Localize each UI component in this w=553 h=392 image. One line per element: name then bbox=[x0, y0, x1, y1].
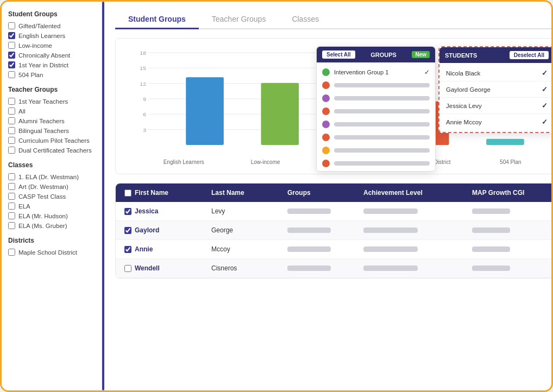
select-all-button[interactable]: Select All bbox=[322, 50, 355, 59]
sidebar-checkbox[interactable] bbox=[8, 137, 15, 144]
tab-teacher-groups[interactable]: Teacher Groups bbox=[199, 10, 279, 29]
student-item[interactable]: Nicola Black✓ bbox=[439, 65, 553, 81]
cell-groups[interactable] bbox=[287, 208, 363, 214]
cell-map bbox=[472, 227, 553, 233]
svg-text:18: 18 bbox=[140, 50, 146, 56]
tabs-row: Student Groups Teacher Groups Classes bbox=[115, 10, 553, 29]
student-item[interactable]: Annie Mccoy✓ bbox=[439, 114, 553, 130]
sidebar-item[interactable]: English Learners bbox=[8, 32, 95, 39]
sidebar-item[interactable]: Maple School District bbox=[8, 249, 95, 256]
group-item[interactable] bbox=[317, 157, 435, 170]
sidebar-checkbox[interactable] bbox=[8, 222, 15, 229]
sidebar-checkbox[interactable] bbox=[8, 52, 15, 59]
student-check-icon: ✓ bbox=[542, 102, 548, 110]
sidebar-item[interactable]: 1. ELA (Dr. Westman) bbox=[8, 173, 95, 180]
deselect-all-button[interactable]: Deselect All bbox=[510, 51, 549, 59]
chart-x-label: Low-income bbox=[224, 159, 306, 165]
sidebar-item-label: ELA (Ms. Gruber) bbox=[18, 223, 67, 229]
cell-groups[interactable] bbox=[287, 246, 363, 252]
sidebar-checkbox[interactable] bbox=[8, 127, 15, 134]
sidebar-item[interactable]: 1st Year Teachers bbox=[8, 98, 95, 105]
sidebar-item[interactable]: Bilingual Teachers bbox=[8, 127, 95, 134]
sidebar-checkbox[interactable] bbox=[8, 249, 15, 256]
sidebar-checkbox[interactable] bbox=[8, 22, 15, 29]
sidebar-checkbox[interactable] bbox=[8, 42, 15, 49]
table-row: WendellCisneros bbox=[116, 259, 553, 278]
group-item[interactable] bbox=[317, 92, 435, 105]
sidebar-item-label: 504 Plan bbox=[18, 72, 43, 78]
group-item[interactable] bbox=[317, 105, 435, 118]
sidebar-section-title: Teacher Groups bbox=[8, 86, 95, 93]
tab-classes[interactable]: Classes bbox=[279, 10, 332, 29]
cell-groups[interactable] bbox=[287, 265, 363, 271]
sidebar-item[interactable]: Low-income bbox=[8, 42, 95, 49]
groups-title: GROUPS bbox=[370, 52, 397, 58]
group-dot bbox=[322, 147, 330, 154]
sidebar-item[interactable]: All bbox=[8, 108, 95, 115]
sidebar-item[interactable]: ELA (Ms. Gruber) bbox=[8, 222, 95, 229]
sidebar-item[interactable]: ELA (Mr. Hudson) bbox=[8, 212, 95, 219]
sidebar-item[interactable]: 1st Year in District bbox=[8, 61, 95, 68]
table-row: JessicaLevy bbox=[116, 202, 553, 221]
sidebar-item[interactable]: Dual Certificated Teachers bbox=[8, 147, 95, 154]
group-item[interactable] bbox=[317, 144, 435, 157]
student-name: Annie Mccoy bbox=[446, 119, 482, 125]
sidebar-item-label: Maple School District bbox=[18, 249, 77, 256]
sidebar-checkbox[interactable] bbox=[8, 203, 15, 210]
group-item[interactable] bbox=[317, 131, 435, 144]
group-item[interactable] bbox=[317, 79, 435, 92]
main-card: Student GroupsGifted/TalentedEnglish Lea… bbox=[0, 0, 553, 392]
sidebar-checkbox[interactable] bbox=[8, 108, 15, 115]
sidebar-item[interactable]: Chronically Absent bbox=[8, 52, 95, 59]
group-dot bbox=[322, 108, 330, 115]
sidebar-checkbox[interactable] bbox=[8, 183, 15, 190]
cell-first-name: Annie bbox=[124, 245, 211, 253]
sidebar-checkbox[interactable] bbox=[8, 32, 15, 39]
sidebar-item[interactable]: Curriculum Pilot Teachers bbox=[8, 137, 95, 144]
students-title: STUDENTS bbox=[445, 52, 477, 59]
sidebar-checkbox[interactable] bbox=[8, 193, 15, 200]
sidebar-item[interactable]: Gifted/Talented bbox=[8, 22, 95, 29]
sidebar-checkbox[interactable] bbox=[8, 173, 15, 180]
select-all-checkbox[interactable] bbox=[124, 189, 131, 197]
group-item[interactable]: Intervention Group 1✓ bbox=[317, 66, 435, 79]
sidebar-item[interactable]: Art (Dr. Westman) bbox=[8, 183, 95, 190]
svg-text:15: 15 bbox=[140, 66, 146, 71]
sidebar-item-label: Curriculum Pilot Teachers bbox=[18, 137, 90, 144]
row-checkbox[interactable] bbox=[124, 265, 131, 272]
tab-student-groups[interactable]: Student Groups bbox=[115, 10, 199, 29]
svg-text:3: 3 bbox=[143, 127, 146, 132]
group-item[interactable] bbox=[317, 118, 435, 131]
svg-text:9: 9 bbox=[143, 97, 146, 102]
student-item[interactable]: Jessica Levy✓ bbox=[439, 98, 553, 114]
cell-achievement bbox=[363, 246, 472, 252]
sidebar-checkbox[interactable] bbox=[8, 61, 15, 68]
sidebar-item-label: Art (Dr. Westman) bbox=[18, 184, 68, 190]
sidebar-item[interactable]: CASP Test Class bbox=[8, 193, 95, 200]
achievement-bar bbox=[363, 246, 418, 252]
sidebar-item-label: All bbox=[18, 108, 26, 115]
group-dot bbox=[322, 134, 330, 141]
sidebar-item[interactable]: ELA bbox=[8, 203, 95, 210]
sidebar-checkbox[interactable] bbox=[8, 71, 15, 78]
sidebar-checkbox[interactable] bbox=[8, 98, 15, 105]
student-check-icon: ✓ bbox=[542, 118, 548, 126]
table-row: AnnieMccoy bbox=[116, 240, 553, 259]
group-pill bbox=[334, 135, 430, 140]
sidebar-item[interactable]: 504 Plan bbox=[8, 71, 95, 78]
row-checkbox[interactable] bbox=[124, 227, 131, 234]
sidebar-section-title: Student Groups bbox=[8, 10, 95, 18]
row-checkbox[interactable] bbox=[124, 246, 131, 253]
first-name-text: Jessica bbox=[135, 207, 158, 215]
cell-achievement bbox=[363, 265, 472, 271]
student-check-icon: ✓ bbox=[542, 85, 548, 93]
sidebar-checkbox[interactable] bbox=[8, 212, 15, 219]
svg-rect-12 bbox=[186, 77, 224, 145]
sidebar-checkbox[interactable] bbox=[8, 147, 15, 154]
cell-groups[interactable] bbox=[287, 227, 363, 233]
student-item[interactable]: Gaylord George✓ bbox=[439, 81, 553, 98]
row-checkbox[interactable] bbox=[124, 208, 131, 215]
sidebar-item[interactable]: Alumni Teachers bbox=[8, 117, 95, 124]
sidebar-checkbox[interactable] bbox=[8, 117, 15, 124]
cell-last-name: Levy bbox=[211, 207, 287, 215]
